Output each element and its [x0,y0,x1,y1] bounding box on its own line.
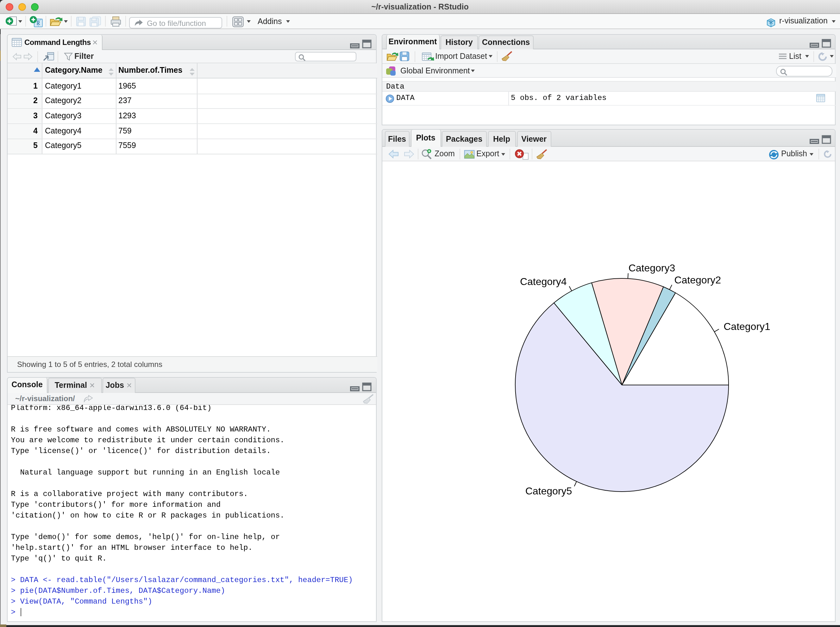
svg-text:R: R [36,20,40,26]
svg-text:Category5: Category5 [525,485,572,497]
svg-text:Category3: Category3 [628,262,675,274]
svg-text:Category1: Category1 [723,321,770,332]
svg-text:R: R [769,19,773,25]
svg-text:Category2: Category2 [674,274,721,286]
svg-text:Category4: Category4 [520,276,567,287]
